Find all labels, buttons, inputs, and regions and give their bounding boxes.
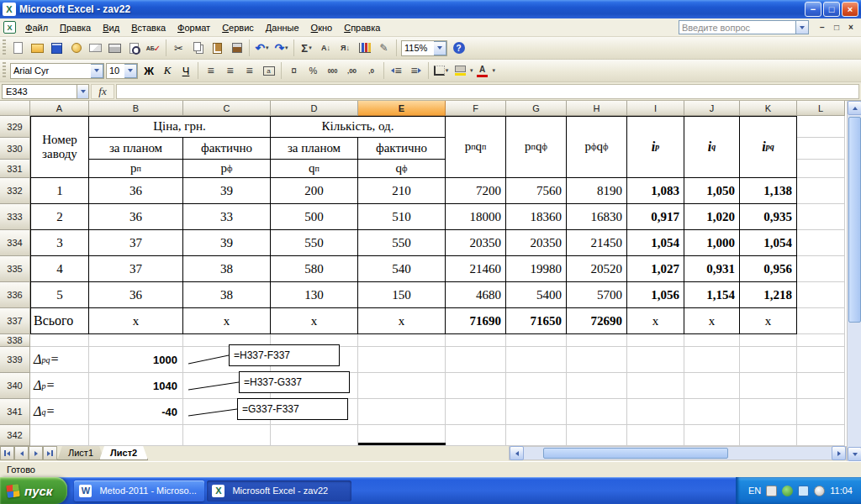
type-question-input[interactable] <box>679 20 796 34</box>
row-header-337[interactable]: 337 <box>0 308 30 334</box>
column-header-I[interactable]: I <box>627 101 684 116</box>
borders-button[interactable] <box>431 61 451 80</box>
menu-Файл[interactable]: Файл <box>19 19 54 36</box>
cell-B337[interactable]: х <box>89 308 183 334</box>
name-box-dropdown-icon[interactable] <box>77 85 88 98</box>
column-header-F[interactable]: F <box>446 101 506 116</box>
row-header-336[interactable]: 336 <box>0 282 30 308</box>
taskbar-button-excel[interactable]: Microsoft Excel - zav22 <box>207 480 351 501</box>
cell-H335[interactable]: 20520 <box>567 256 627 282</box>
row-header-330[interactable]: 330 <box>0 138 30 160</box>
cell-J339[interactable] <box>684 347 740 373</box>
cell-B342[interactable] <box>89 425 183 446</box>
cell-D336[interactable]: 130 <box>271 282 358 308</box>
chart-wizard-button[interactable] <box>355 39 374 57</box>
row-header-333[interactable]: 333 <box>0 204 30 230</box>
cell-J329[interactable]: iq <box>684 116 740 178</box>
maximize-icon[interactable] <box>823 2 840 17</box>
cell-E337[interactable]: х <box>358 308 446 334</box>
email-button[interactable] <box>86 39 105 57</box>
first-sheet-button[interactable] <box>0 446 14 460</box>
cell-D331[interactable]: qп <box>271 160 358 178</box>
cell-H337[interactable]: 72690 <box>567 308 627 334</box>
cell-J338[interactable] <box>684 334 740 347</box>
cell-J332[interactable]: 1,050 <box>684 178 740 204</box>
scroll-down-icon[interactable] <box>848 447 861 461</box>
cell-L335[interactable] <box>797 256 845 282</box>
cell-J340[interactable] <box>684 373 740 399</box>
cell-G341[interactable] <box>506 399 567 425</box>
font-dropdown-icon[interactable] <box>91 64 103 78</box>
copy-button[interactable] <box>188 39 208 57</box>
row-header-335[interactable]: 335 <box>0 256 30 282</box>
column-header-E[interactable]: E <box>358 101 446 116</box>
align-left-button[interactable] <box>201 61 220 80</box>
cell-D342[interactable] <box>271 425 358 446</box>
menu-Вставка[interactable]: Вставка <box>125 19 172 36</box>
cell-F333[interactable]: 18000 <box>446 204 506 230</box>
horizontal-scroll-thumb[interactable] <box>543 448 728 459</box>
cell-L329[interactable] <box>797 116 845 138</box>
cell-C342[interactable] <box>183 425 271 446</box>
cell-F337[interactable]: 71690 <box>446 308 506 334</box>
fill-color-button[interactable] <box>451 61 469 80</box>
cell-A336[interactable]: 5 <box>30 282 89 308</box>
row-header-331[interactable]: 331 <box>0 160 30 178</box>
cut-button[interactable] <box>169 39 188 57</box>
cell-H342[interactable] <box>567 425 627 446</box>
font-size-combo[interactable]: 10 <box>106 63 138 79</box>
cell-D337[interactable]: х <box>271 308 358 334</box>
vertical-scroll-thumb[interactable] <box>848 117 861 323</box>
cell-L341[interactable] <box>797 399 845 425</box>
format-painter-button[interactable] <box>227 39 246 57</box>
cell-F336[interactable]: 4680 <box>446 282 506 308</box>
column-header-H[interactable]: H <box>567 101 627 116</box>
merge-center-button[interactable] <box>259 61 278 80</box>
row-header-332[interactable]: 332 <box>0 178 30 204</box>
workbook-minimize-icon[interactable] <box>816 22 829 34</box>
formula-callout-2[interactable]: =H337-G337 <box>239 371 350 393</box>
cell-H329[interactable]: pфqф <box>567 116 627 178</box>
cell-I333[interactable]: 0,917 <box>627 204 684 230</box>
cell-C335[interactable]: 38 <box>183 256 271 282</box>
cell-H338[interactable] <box>567 334 627 347</box>
previous-sheet-button[interactable] <box>14 446 29 460</box>
cell-A341[interactable]: Δq = <box>30 399 89 425</box>
close-icon[interactable] <box>842 2 858 17</box>
undo-button[interactable] <box>252 39 272 57</box>
cell-K332[interactable]: 1,138 <box>740 178 797 204</box>
cell-D330[interactable]: за планом <box>271 138 358 160</box>
cell-J334[interactable]: 1,000 <box>684 230 740 256</box>
cell-D334[interactable]: 550 <box>271 230 358 256</box>
cell-K338[interactable] <box>740 334 797 347</box>
cell-F335[interactable]: 21460 <box>446 256 506 282</box>
cell-H334[interactable]: 21450 <box>567 230 627 256</box>
scroll-left-icon[interactable] <box>510 446 524 460</box>
cell-C334[interactable]: 39 <box>183 230 271 256</box>
cell-C331[interactable]: рф <box>183 160 271 178</box>
cell-K335[interactable]: 0,956 <box>740 256 797 282</box>
cell-B331[interactable]: рп <box>89 160 183 178</box>
cell-C330[interactable]: фактично <box>183 138 271 160</box>
cell-E341[interactable] <box>358 399 446 425</box>
cell-G337[interactable]: 71650 <box>506 308 567 334</box>
language-bar-icon[interactable] <box>766 486 777 496</box>
cell-E338[interactable] <box>358 334 446 347</box>
cell-A335[interactable]: 4 <box>30 256 89 282</box>
cell-K329[interactable]: ipq <box>740 116 797 178</box>
tab-Лист2[interactable]: Лист2 <box>99 446 148 460</box>
cell-L342[interactable] <box>797 425 845 446</box>
sort-ascending-button[interactable] <box>316 39 335 57</box>
redo-button[interactable] <box>272 39 291 57</box>
column-header-L[interactable]: L <box>797 101 845 116</box>
sort-descending-button[interactable] <box>335 39 355 57</box>
cell-C333[interactable]: 33 <box>183 204 271 230</box>
cell-B338[interactable] <box>89 334 183 347</box>
cell-E339[interactable] <box>358 347 446 373</box>
cell-G334[interactable]: 20350 <box>506 230 567 256</box>
cell-J342[interactable] <box>684 425 740 446</box>
comma-style-button[interactable] <box>323 61 342 80</box>
save-button[interactable] <box>47 39 66 57</box>
open-button[interactable] <box>28 39 47 57</box>
decrease-decimal-button[interactable] <box>362 61 381 80</box>
